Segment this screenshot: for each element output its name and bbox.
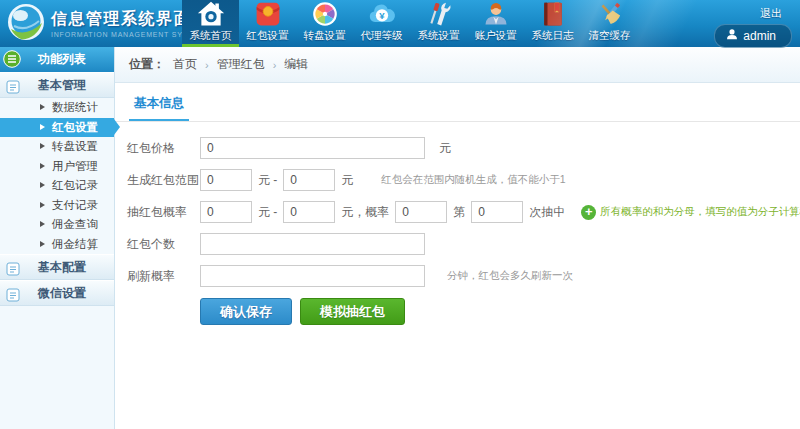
- nav-label: 系统首页: [190, 29, 232, 43]
- price-unit: 元: [439, 140, 451, 157]
- nav-label: 系统日志: [532, 29, 574, 43]
- sidebar-item-user-management[interactable]: 用户管理: [0, 157, 114, 177]
- breadcrumb-parent[interactable]: 管理红包: [217, 56, 265, 73]
- breadcrumb-separator: ›: [273, 59, 277, 71]
- count-input[interactable]: [200, 233, 425, 255]
- simulate-draw-button[interactable]: 模拟抽红包: [300, 298, 405, 325]
- nav-label: 账户设置: [475, 29, 517, 43]
- sidebar-section-basic-management[interactable]: 基本管理: [0, 72, 114, 98]
- top-nav: 系统首页 红包设置 转盘设置: [182, 0, 638, 47]
- account-icon: [482, 0, 510, 28]
- sidebar-item-label: 红包设置: [52, 120, 98, 135]
- sidebar-item-commission-query[interactable]: 佣金查询: [0, 215, 114, 235]
- range-label: 生成红包范围: [127, 172, 199, 189]
- range-hint: 红包会在范围内随机生成，值不能小于1: [381, 173, 565, 187]
- breadcrumb: 位置： 首页 › 管理红包 › 编辑: [115, 47, 800, 83]
- sidebar-section-basic-config[interactable]: 基本配置: [0, 254, 114, 280]
- form-row-range: 生成红包范围 元 - 元 红包会在范围内随机生成，值不能小于1: [115, 164, 800, 196]
- price-label: 红包价格: [127, 140, 199, 157]
- nav-item-red-packet-settings[interactable]: 红包设置: [239, 0, 296, 47]
- sidebar-item-label: 佣金结算: [52, 237, 98, 252]
- sidebar-item-label: 数据统计: [52, 100, 98, 115]
- nav-item-clear-cache[interactable]: 清空缓存: [581, 0, 638, 47]
- form-row-refresh: 刷新概率 分钟，红包会多久刷新一次: [115, 260, 800, 292]
- probability-ordinal-label: 第: [453, 204, 465, 221]
- probability-max-input[interactable]: [283, 201, 335, 223]
- save-button[interactable]: 确认保存: [200, 298, 292, 325]
- sidebar-item-label: 转盘设置: [52, 139, 98, 154]
- nav-label: 红包设置: [247, 29, 289, 43]
- price-input[interactable]: [200, 137, 425, 159]
- log-book-icon: [539, 0, 567, 28]
- svg-text:¥: ¥: [379, 10, 385, 21]
- main-content: 位置： 首页 › 管理红包 › 编辑 基本信息 红包价格 元 生成红包范围 元 …: [115, 47, 800, 429]
- form-row-probability: 抽红包概率 元 - 元，概率 第 次抽中 + 所有概率的和为分母，填写的值为分子…: [115, 196, 800, 228]
- probability-times-input[interactable]: [471, 201, 523, 223]
- range-max-input[interactable]: [283, 169, 335, 191]
- sidebar-item-label: 佣金查询: [52, 217, 98, 232]
- nav-item-system-log[interactable]: 系统日志: [524, 0, 581, 47]
- nav-item-system-settings[interactable]: 系统设置: [410, 0, 467, 47]
- function-list-icon: [3, 50, 21, 68]
- tab-basic-info[interactable]: 基本信息: [129, 95, 189, 121]
- sidebar-item-wheel-settings[interactable]: 转盘设置: [0, 137, 114, 157]
- range-min-input[interactable]: [200, 169, 252, 191]
- username: admin: [743, 29, 776, 43]
- nav-label: 代理等级: [361, 29, 403, 43]
- form-actions: 确认保存 模拟抽红包: [115, 298, 800, 325]
- top-header: 信息管理系统界面 INFORMATION MANAGEMENT SYSTEM G…: [0, 0, 800, 47]
- form-row-count: 红包个数: [115, 228, 800, 260]
- nav-item-home[interactable]: 系统首页: [182, 0, 239, 47]
- nav-item-wheel-settings[interactable]: 转盘设置: [296, 0, 353, 47]
- breadcrumb-home[interactable]: 首页: [173, 56, 197, 73]
- sidebar-item-label: 支付记录: [52, 198, 98, 213]
- tools-icon: [425, 0, 453, 28]
- folder-section-icon: [6, 286, 20, 300]
- nav-label: 系统设置: [418, 29, 460, 43]
- sidebar-item-red-packet-settings[interactable]: 红包设置: [0, 118, 114, 138]
- folder-section-icon: [6, 78, 20, 92]
- probability-dash: 元 -: [258, 204, 277, 221]
- nav-item-account-settings[interactable]: 账户设置: [467, 0, 524, 47]
- sidebar-item-red-packet-records[interactable]: 红包记录: [0, 176, 114, 196]
- range-dash: 元 -: [258, 172, 277, 189]
- section-label: 基本管理: [38, 78, 86, 92]
- refresh-label: 刷新概率: [127, 268, 199, 285]
- probability-min-input[interactable]: [200, 201, 252, 223]
- breadcrumb-separator: ›: [205, 59, 209, 71]
- sidebar-panel-title-label: 功能列表: [38, 52, 86, 66]
- red-packet-icon: [254, 0, 282, 28]
- user-icon: [726, 28, 738, 43]
- sidebar-section-wechat-settings[interactable]: 微信设置: [0, 280, 114, 306]
- red-packet-form: 红包价格 元 生成红包范围 元 - 元 红包会在范围内随机生成，值不能小于1 抽…: [115, 122, 800, 325]
- sidebar-panel-title[interactable]: 功能列表: [0, 47, 114, 72]
- nav-item-agent-level[interactable]: ¥ 代理等级: [353, 0, 410, 47]
- sidebar-item-label: 用户管理: [52, 159, 98, 174]
- form-row-price: 红包价格 元: [115, 132, 800, 164]
- sidebar: 功能列表 基本管理 数据统计 红包设置 转盘设置 用户管理 红包记录 支付记录: [0, 47, 115, 429]
- agent-level-icon: ¥: [368, 0, 396, 28]
- globe-logo-icon: [6, 2, 46, 46]
- probability-mid-label: 元，概率: [341, 204, 389, 221]
- section-label: 微信设置: [38, 286, 86, 300]
- probability-hint-text: 所有概率的和为分母，填写的值为分子计算概率，第几次可以不填: [600, 205, 800, 219]
- folder-section-icon: [6, 260, 20, 274]
- sidebar-item-label: 红包记录: [52, 178, 98, 193]
- add-probability-icon[interactable]: +: [581, 205, 596, 220]
- probability-hint: + 所有概率的和为分母，填写的值为分子计算概率，第几次可以不填: [571, 205, 800, 220]
- sidebar-item-data-statistics[interactable]: 数据统计: [0, 98, 114, 118]
- breadcrumb-prefix: 位置：: [129, 56, 165, 73]
- app-logo: 信息管理系统界面 INFORMATION MANAGEMENT SYSTEM G…: [0, 0, 182, 47]
- refresh-input[interactable]: [200, 265, 425, 287]
- refresh-hint: 分钟，红包会多久刷新一次: [447, 269, 573, 283]
- probability-value-input[interactable]: [395, 201, 447, 223]
- nav-label: 转盘设置: [304, 29, 346, 43]
- logout-link[interactable]: 退出: [760, 6, 782, 21]
- sidebar-item-payment-records[interactable]: 支付记录: [0, 196, 114, 216]
- sidebar-item-commission-settlement[interactable]: 佣金结算: [0, 235, 114, 255]
- clear-cache-icon: [596, 0, 624, 28]
- section-label: 基本配置: [38, 260, 86, 274]
- home-icon: [197, 0, 225, 28]
- admin-user-badge[interactable]: admin: [714, 24, 792, 48]
- nav-label: 清空缓存: [589, 29, 631, 43]
